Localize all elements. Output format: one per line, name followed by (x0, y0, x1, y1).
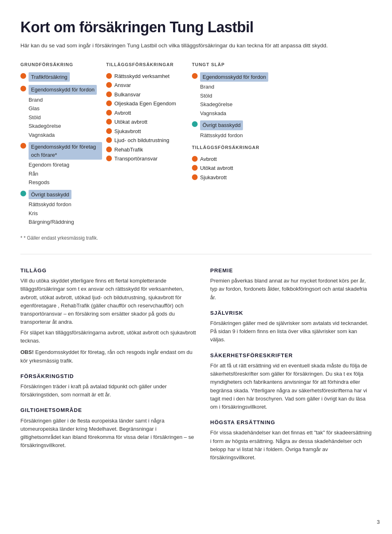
grundforsäkring-column: GRUNDFÖRSÄKRING Trafikförsäkring Egendom… (20, 61, 102, 229)
bottom-right: PREMIE Premien påverkas bland annat av h… (210, 267, 372, 464)
list-item: Bulkansvar (106, 91, 188, 99)
giltighet-heading: GILTIGHETSOMRÅDE (20, 406, 198, 414)
teal-dot (192, 121, 198, 127)
sub-item: Egendom företag (20, 161, 102, 169)
list-item: Avbrott (106, 109, 188, 117)
sub-item: Brand (20, 96, 102, 104)
item-label: Bulkansvar (114, 91, 140, 99)
item-label: Rättsskydd verksamhet (114, 72, 169, 80)
list-item: Trafikförsäkring (20, 72, 102, 82)
list-item: Egendomsskydd för fordon (192, 72, 372, 82)
sub-item: Stöld (20, 113, 102, 122)
sub-item: Rättsskydd fordon (192, 131, 372, 140)
teal-dot (20, 191, 26, 196)
premie-text: Premien påverkas bland annat av hur myck… (210, 277, 372, 301)
item-label: Egendomsskydd för företag och förare* (29, 142, 102, 160)
list-item: Oljeskada Egen Egendom (106, 100, 188, 108)
orange-dot (192, 174, 198, 180)
item-label: Ljud- och bildutrustning (114, 136, 169, 145)
tungt-egendom-group: Egendomsskydd för fordon Brand Stöld Ska… (192, 72, 372, 118)
list-item: Egendomsskydd för fordon (20, 85, 102, 95)
sub-item: Rån (20, 170, 102, 178)
item-label: Sjukavbrott (200, 174, 227, 182)
grundforsäkring-header: GRUNDFÖRSÄKRING (20, 61, 102, 68)
tungt-tillagg-header: TILLÄGGSFÖRSÄKRINGAR (192, 144, 372, 151)
footnote: * * Gäller endast yrkesmässig trafik. (20, 234, 372, 242)
list-item: Utökat avbrott (106, 118, 188, 126)
hogsta-text: För vissa skadehändelser kan det finnas … (210, 429, 372, 462)
ovrigt-basskydd-group: Övrigt basskydd Rättsskydd fordon Kris B… (20, 190, 102, 226)
orange-dot (106, 156, 112, 161)
tillagg-text2: För släpet kan tilläggsförsäkringarna av… (20, 329, 198, 345)
list-item: Rättsskydd verksamhet (106, 72, 188, 80)
sub-item: Stöld (192, 92, 372, 100)
item-label: Utökat avbrott (200, 164, 233, 172)
tillagg-text1: Vill du utöka skyddet ytterligare finns … (20, 277, 198, 326)
tungtsläp-column: TUNGT SLÄP Egendomsskydd för fordon Bran… (192, 61, 372, 229)
item-label: Avbrott (114, 109, 131, 117)
list-item: Transportöransvar (106, 155, 188, 163)
sub-item: Glas (20, 105, 102, 113)
obs-body: Egendomsskyddet för företag, rån och res… (20, 349, 192, 363)
list-item: Sjukavbrott (106, 127, 188, 136)
orange-dot (192, 73, 198, 79)
item-label: Övrigt basskydd (200, 120, 243, 130)
list-item: Ansvar (106, 81, 188, 89)
list-item: Övrigt basskydd (192, 120, 372, 130)
top-section: GRUNDFÖRSÄKRING Trafikförsäkring Egendom… (20, 61, 372, 229)
hogsta-heading: HÖGSTA ERSÄTTNING (210, 418, 372, 427)
orange-dot (20, 73, 26, 79)
obs-heading: OBS! (20, 349, 34, 355)
orange-dot (20, 143, 26, 149)
orange-dot (106, 100, 112, 106)
sub-item: Skadegörelse (192, 100, 372, 109)
orange-dot (20, 86, 26, 91)
item-label: RehabTrafik (114, 146, 143, 154)
list-item: Sjukavbrott (192, 174, 372, 182)
orange-dot (106, 82, 112, 88)
forsäkringstid-text: Försäkringen träder i kraft på avtalad t… (20, 383, 198, 399)
forsäkringstid-heading: FÖRSÄKRINGSTID (20, 372, 198, 380)
bottom-left: TILLÄGG Vill du utöka skyddet ytterligar… (20, 267, 198, 464)
tillaggsfor-column: TILLÄGGSFÖRSÄKRINGAR Rättsskydd verksamh… (106, 61, 188, 229)
orange-dot (106, 91, 112, 97)
orange-dot (192, 156, 198, 162)
bottom-section: TILLÄGG Vill du utöka skyddet ytterligar… (20, 267, 372, 464)
sakerhet-text: För att få ut rätt ersättning vid en eve… (210, 362, 372, 411)
list-item: Övrigt basskydd (20, 190, 102, 200)
egendomsskydd-foretag-group: Egendomsskydd för företag och förare* Eg… (20, 142, 102, 187)
page-subtitle: Här kan du se vad som ingår i försäkring… (20, 42, 355, 50)
item-label: Egendomsskydd för fordon (29, 85, 97, 95)
list-item: RehabTrafik (106, 146, 188, 154)
tillagg-heading: TILLÄGG (20, 267, 198, 275)
egendomsskydd-fordon-group: Egendomsskydd för fordon Brand Glas Stöl… (20, 85, 102, 139)
tillaggsfor-header: TILLÄGGSFÖRSÄKRINGAR (106, 61, 188, 68)
tungt-ovrigt-group: Övrigt basskydd Rättsskydd fordon (192, 120, 372, 139)
sub-item: Skadegörelse (20, 122, 102, 130)
orange-dot (106, 73, 112, 79)
tungtsläp-header: TUNGT SLÄP (192, 61, 372, 68)
page-title: Kort om försäkringen Tung Lastbil (20, 16, 372, 38)
list-item: Utökat avbrott (192, 164, 372, 172)
item-label: Övrigt basskydd (29, 190, 71, 200)
list-item: Egendomsskydd för företag och förare* (20, 142, 102, 160)
sub-item: Vagnskada (20, 131, 102, 139)
obs-text: OBS! Egendomsskyddet för företag, rån oc… (20, 348, 198, 365)
premie-heading: PREMIE (210, 267, 372, 275)
orange-dot (192, 165, 198, 171)
orange-dot (106, 147, 112, 152)
trafikforsäkring-group: Trafikförsäkring (20, 72, 102, 82)
item-label: Sjukavbrott (114, 127, 141, 136)
sakerhet-heading: SÄKERHETSFÖRESKRIFTER (210, 352, 372, 360)
list-item: Ljud- och bildutrustning (106, 136, 188, 145)
orange-dot (106, 119, 112, 125)
item-label: Egendomsskydd för fordon (200, 72, 268, 82)
item-label: Avbrott (200, 155, 217, 163)
item-label: Trafikförsäkring (29, 72, 70, 82)
sub-item: Rättsskydd fordon (20, 200, 102, 209)
sub-item: Bärgning/Räddning (20, 218, 102, 226)
orange-dot (106, 137, 112, 143)
orange-dot (106, 110, 112, 116)
item-label: Utökat avbrott (114, 118, 147, 126)
sub-item: Vagnskada (192, 109, 372, 118)
